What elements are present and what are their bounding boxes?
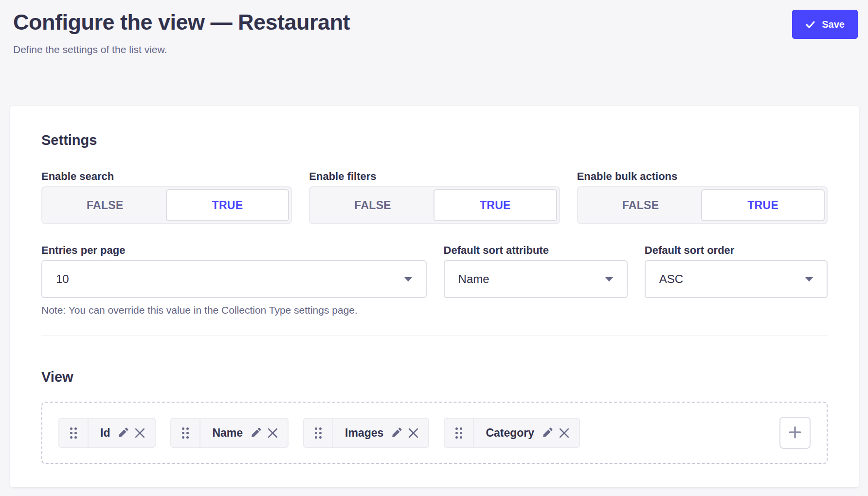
settings-heading: Settings — [41, 132, 828, 148]
field-chip-label: Name — [200, 426, 250, 440]
toggle-field-enable-bulk-actions: Enable bulk actions FALSE TRUE — [577, 170, 828, 224]
page-title: Configure the view — Restaurant — [13, 10, 350, 35]
default-sort-order-select[interactable]: ASC — [645, 260, 828, 298]
check-icon — [805, 19, 815, 30]
toggle-enable-bulk-actions: FALSE TRUE — [577, 186, 828, 224]
default-sort-attribute-field: Default sort attribute Name — [444, 244, 628, 316]
field-chip-images: Images — [303, 418, 429, 448]
section-divider — [41, 336, 828, 336]
toggle-true-option[interactable]: TRUE — [166, 189, 289, 221]
edit-pencil-icon[interactable] — [541, 427, 553, 439]
close-x-icon[interactable] — [407, 427, 419, 439]
field-chip-label: Images — [333, 426, 390, 440]
edit-pencil-icon[interactable] — [250, 427, 262, 439]
edit-pencil-icon[interactable] — [117, 427, 129, 439]
toggle-field-enable-search: Enable search FALSE TRUE — [41, 170, 292, 224]
chevron-down-icon — [805, 277, 813, 282]
selects-row: Entries per page 10 Note: You can overri… — [41, 244, 828, 316]
select-value: ASC — [659, 272, 683, 286]
select-value: Name — [458, 272, 489, 286]
toggle-enable-search: FALSE TRUE — [41, 186, 292, 224]
toggle-true-option[interactable]: TRUE — [434, 189, 557, 221]
default-sort-order-field: Default sort order ASC — [645, 244, 828, 316]
drag-handle-icon[interactable] — [445, 419, 474, 447]
add-field-button[interactable] — [779, 417, 811, 449]
page-subtitle: Define the settings of the list view. — [13, 44, 350, 55]
close-x-icon[interactable] — [558, 427, 570, 439]
select-value: 10 — [56, 272, 69, 286]
page-header: Configure the view — Restaurant Define t… — [0, 0, 868, 55]
save-button-label: Save — [822, 19, 845, 30]
drag-handle-icon[interactable] — [304, 419, 333, 447]
toggle-true-option[interactable]: TRUE — [701, 189, 825, 221]
default-sort-attribute-select[interactable]: Name — [444, 260, 628, 298]
chevron-down-icon — [605, 277, 613, 282]
page-header-text: Configure the view — Restaurant Define t… — [13, 10, 350, 55]
view-heading: View — [41, 369, 828, 385]
drag-handle-icon[interactable] — [171, 419, 200, 447]
field-label: Entries per page — [41, 244, 427, 257]
entries-per-page-note: Note: You can override this value in the… — [41, 304, 427, 316]
toggle-field-enable-filters: Enable filters FALSE TRUE — [309, 170, 560, 224]
field-chip-category: Category — [444, 418, 580, 448]
entries-per-page-field: Entries per page 10 Note: You can overri… — [41, 244, 427, 316]
toggle-false-option[interactable]: FALSE — [580, 189, 702, 221]
close-x-icon[interactable] — [267, 427, 279, 439]
field-label: Enable bulk actions — [577, 170, 828, 183]
close-x-icon[interactable] — [134, 427, 146, 439]
save-button[interactable]: Save — [792, 10, 858, 39]
chevron-down-icon — [404, 277, 412, 282]
field-chip-id: Id — [58, 418, 156, 448]
field-chip-label: Category — [474, 426, 541, 440]
toggle-enable-filters: FALSE TRUE — [309, 186, 560, 224]
field-label: Default sort attribute — [444, 244, 628, 257]
edit-pencil-icon[interactable] — [390, 427, 402, 439]
field-chip-label: Id — [89, 426, 117, 440]
entries-per-page-select[interactable]: 10 — [41, 260, 427, 298]
toggle-row: Enable search FALSE TRUE Enable filters … — [41, 170, 828, 224]
field-label: Enable search — [41, 170, 292, 183]
field-layout-area: Id Name — [41, 402, 828, 464]
drag-handle-icon[interactable] — [59, 419, 89, 447]
field-chip-list: Id Name — [58, 418, 779, 448]
settings-card: Settings Enable search FALSE TRUE Enable… — [10, 106, 859, 487]
plus-icon — [788, 425, 802, 441]
toggle-false-option[interactable]: FALSE — [312, 189, 434, 221]
field-label: Enable filters — [309, 170, 560, 183]
toggle-false-option[interactable]: FALSE — [44, 189, 166, 221]
field-label: Default sort order — [645, 244, 828, 257]
field-chip-name: Name — [170, 418, 289, 448]
